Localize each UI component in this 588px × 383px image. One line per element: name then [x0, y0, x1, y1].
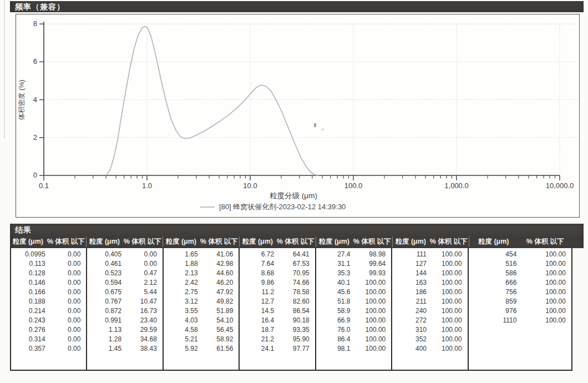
table-row: 5.9261.56 [164, 344, 239, 354]
table-row: 31.199.64 [316, 259, 391, 269]
results-group: 1.6541.061.8842.982.1344.602.4246.202.75… [164, 248, 240, 370]
percent-value: 99.93 [354, 269, 392, 278]
table-row: 0.1660.00 [11, 288, 86, 297]
distribution-curve [106, 26, 318, 175]
size-value: 516 [469, 259, 520, 269]
table-row: 163100.00 [392, 278, 467, 288]
table-row: 12.782.60 [240, 297, 315, 306]
table-row: 1.1329.59 [87, 325, 162, 335]
percent-value: 100.00 [430, 288, 468, 297]
table-row: 0.76710.47 [87, 297, 162, 306]
table-row: 0.4050.00 [87, 250, 162, 259]
percent-value: 100.00 [354, 297, 392, 306]
percent-value: 56.45 [201, 325, 239, 335]
size-value: 240 [392, 306, 430, 316]
y-tick-label: 2 [33, 133, 37, 142]
percent-value: 86.54 [277, 306, 315, 316]
table-row: 976100.00 [469, 306, 571, 316]
size-value: 0.0995 [11, 250, 49, 259]
x-tick-label: 0.1 [39, 182, 49, 190]
table-row: 2.1344.60 [164, 269, 239, 278]
size-value: 3.55 [164, 306, 201, 316]
x-tick-label: 1,000.0 [444, 182, 468, 190]
size-value: 0.594 [87, 278, 125, 288]
y-axis-title: 体积密度 (%) [18, 80, 26, 120]
size-value: 66.9 [316, 316, 354, 325]
table-row: 27.498.98 [316, 250, 391, 259]
percent-value: 29.59 [125, 325, 163, 335]
size-value: 0.243 [11, 316, 49, 325]
size-value: 40.1 [316, 278, 354, 288]
x-axis-title: 粒度分级 (μm) [270, 192, 317, 200]
size-value: 51.8 [316, 297, 354, 306]
size-value: 0.166 [11, 288, 49, 297]
percent-value: 42.98 [201, 259, 239, 269]
table-row: 66.9100.00 [316, 316, 391, 325]
table-row: 0.2760.00 [11, 325, 86, 335]
percent-value: 100.00 [520, 259, 571, 269]
percent-value: 0.00 [49, 297, 87, 306]
table-row: 4.5856.45 [164, 325, 239, 335]
size-value: 0.188 [11, 297, 49, 306]
table-row: 0.1130.00 [11, 259, 86, 269]
table-row: 2.7547.92 [164, 288, 239, 297]
table-row: 86.4100.00 [316, 335, 391, 344]
size-value: 111 [392, 250, 430, 259]
table-row: 0.99123.40 [87, 316, 162, 325]
size-value: 12.7 [240, 297, 277, 306]
size-value: 144 [392, 269, 430, 278]
percent-value: 74.66 [277, 278, 315, 288]
size-value: 0.675 [87, 288, 125, 297]
size-value: 58.9 [316, 306, 354, 316]
percent-value: 100.00 [430, 316, 468, 325]
table-row: 5.2158.92 [164, 335, 239, 344]
size-value: 5.92 [164, 344, 201, 354]
size-value: 9.86 [240, 278, 277, 288]
size-value: 454 [469, 250, 520, 259]
size-value: 16.4 [240, 316, 277, 325]
size-value: 14.5 [240, 306, 277, 316]
percent-value: 0.00 [49, 335, 87, 344]
percent-value: 46.20 [201, 278, 239, 288]
percent-value: 44.60 [201, 269, 239, 278]
y-tick-label: 8 [33, 19, 37, 28]
size-value: 27.4 [316, 250, 354, 259]
size-column-header: 粒度 (μm) [393, 236, 428, 247]
table-row: 1.8842.98 [164, 259, 239, 269]
results-header-group: 粒度 (μm)% 体积 以下 [163, 236, 240, 247]
size-column-header: 粒度 (μm) [240, 236, 275, 247]
percent-value: 0.00 [49, 325, 87, 335]
size-value: 211 [392, 297, 430, 306]
size-value: 0.276 [11, 325, 49, 335]
percent-value: 0.00 [49, 288, 87, 297]
percent-value: 100.00 [430, 250, 468, 259]
size-column-header: 粒度 (μm) [316, 236, 352, 247]
size-value: 976 [469, 306, 520, 316]
percent-value: 49.82 [201, 297, 239, 306]
percent-value: 5.44 [125, 288, 163, 297]
results-header-group: 粒度 (μm)% 体积 以下 [393, 236, 469, 247]
percent-value: 0.00 [49, 269, 87, 278]
table-row: 0.3140.00 [11, 335, 86, 344]
table-row: 0.1460.00 [11, 278, 86, 288]
size-value: 400 [392, 344, 430, 354]
scan-artifact [314, 123, 316, 127]
results-title: 结果 [10, 224, 584, 235]
table-row: 98.1100.00 [316, 344, 391, 354]
percent-value: 38.43 [125, 344, 163, 354]
percent-value: 100.00 [520, 306, 571, 316]
table-row: 14.586.54 [240, 306, 315, 316]
table-row: 1.4538.43 [87, 344, 162, 354]
size-value: 186 [392, 288, 430, 297]
table-row: 211100.00 [392, 297, 467, 306]
size-value: 98.1 [316, 344, 354, 354]
table-row: 3.5551.89 [164, 306, 239, 316]
table-row: 4.0354.10 [164, 316, 239, 325]
size-value: 11.2 [240, 288, 277, 297]
size-value: 0.113 [11, 259, 49, 269]
size-value: 86.4 [316, 335, 354, 344]
percent-value: 100.00 [430, 259, 468, 269]
results-column-headers: 粒度 (μm)% 体积 以下粒度 (μm)% 体积 以下粒度 (μm)% 体积 … [10, 236, 572, 247]
table-row: 1110100.00 [469, 316, 571, 325]
percent-value: 0.00 [49, 306, 87, 316]
